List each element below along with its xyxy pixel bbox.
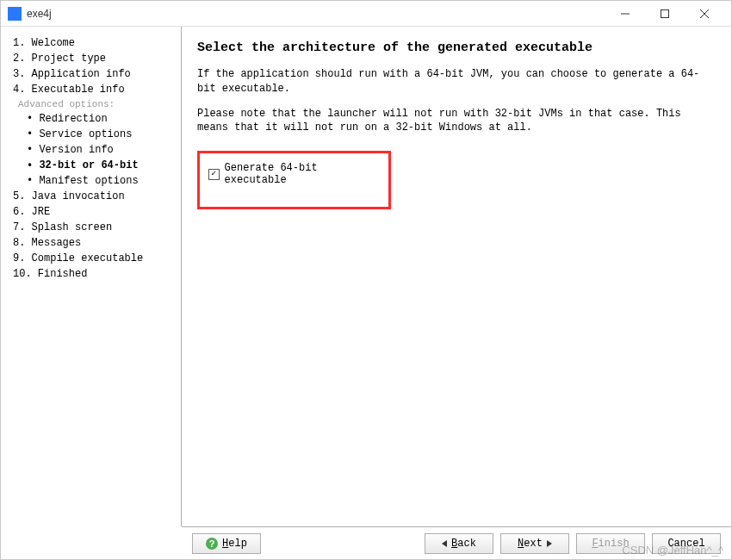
help-label: elp <box>228 538 247 550</box>
page-heading: Select the architecture of the generated… <box>197 40 716 55</box>
window-title: exe4j <box>27 8 605 20</box>
description-1: If the application should run with a 64-… <box>197 67 716 96</box>
content-pane: Select the architecture of the generated… <box>182 27 731 526</box>
finish-button: Finish <box>576 533 645 554</box>
footer: ? Help Back Next Finish Cancel <box>182 526 731 559</box>
highlight-annotation: ✓ Generate 64-bit executable <box>197 151 391 209</box>
close-button[interactable] <box>685 1 724 27</box>
sidebar-item[interactable]: 8. Messages <box>1 235 181 251</box>
titlebar: exe4j <box>1 1 731 27</box>
checkbox-icon: ✓ <box>208 169 220 180</box>
sidebar-item[interactable]: 3. Application info <box>1 66 181 82</box>
arrow-left-icon <box>442 540 447 547</box>
sidebar-subitem[interactable]: Version info <box>1 142 181 158</box>
svg-rect-1 <box>661 9 669 17</box>
sidebar-item[interactable]: 1. Welcome <box>1 35 181 51</box>
sidebar-subitem[interactable]: Service options <box>1 127 181 142</box>
help-button[interactable]: ? Help <box>192 533 261 554</box>
sidebar-subitem[interactable]: Redirection <box>1 111 181 127</box>
maximize-button[interactable] <box>645 1 685 27</box>
sidebar-item[interactable]: 7. Splash screen <box>1 220 181 235</box>
sidebar-item[interactable]: 10. Finished <box>1 266 181 282</box>
cancel-button[interactable]: Cancel <box>652 533 721 554</box>
sidebar-item[interactable]: 2. Project type <box>1 51 181 66</box>
help-icon: ? <box>206 538 218 550</box>
sidebar-subitem[interactable]: 32-bit or 64-bit <box>1 158 181 173</box>
sidebar-item[interactable]: 5. Java invocation <box>1 189 181 204</box>
generate-64bit-checkbox[interactable]: ✓ Generate 64-bit executable <box>208 162 380 186</box>
checkbox-label: Generate 64-bit executable <box>225 162 380 186</box>
advanced-options-label: Advanced options: <box>1 97 181 111</box>
sidebar-subitem[interactable]: Manifest options <box>1 173 181 189</box>
sidebar-item[interactable]: 4. Executable info <box>1 82 181 97</box>
description-2: Please note that the launcher will not r… <box>197 107 716 136</box>
app-icon <box>8 7 22 21</box>
back-button[interactable]: Back <box>425 533 493 554</box>
minimize-button[interactable] <box>605 1 645 27</box>
main-area: 1. Welcome2. Project type3. Application … <box>1 27 731 526</box>
sidebar-item[interactable]: 9. Compile executable <box>1 251 181 266</box>
arrow-right-icon <box>547 540 552 547</box>
sidebar: 1. Welcome2. Project type3. Application … <box>1 27 182 526</box>
sidebar-item[interactable]: 6. JRE <box>1 204 181 220</box>
next-button[interactable]: Next <box>500 533 569 554</box>
